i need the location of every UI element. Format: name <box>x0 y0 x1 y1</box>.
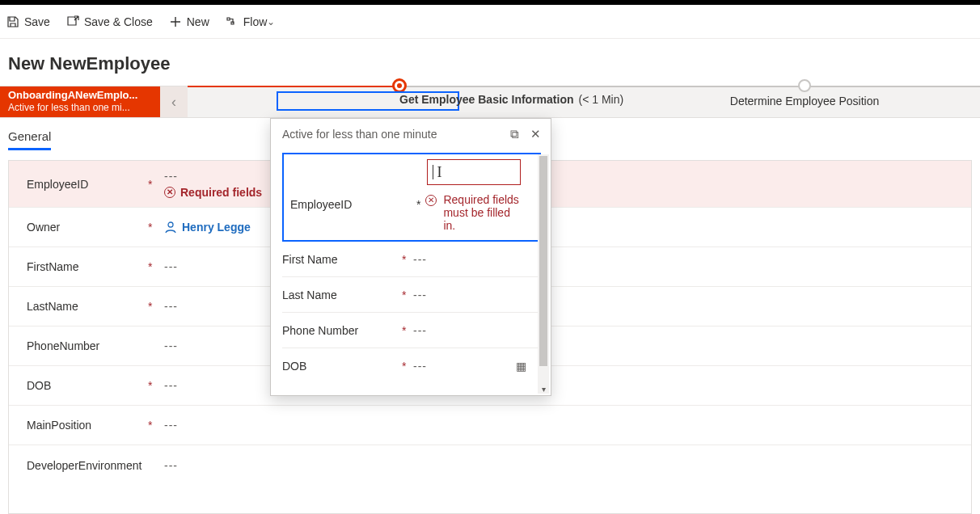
flyout-row-firstname: First Name * --- <box>282 242 541 277</box>
chevron-down-icon: ⌄ <box>267 16 275 27</box>
plus-icon <box>169 15 182 28</box>
new-button[interactable]: New <box>169 15 209 28</box>
command-bar: Save Save & Close New Flow ⌄ <box>0 5 980 39</box>
scrollbar-thumb[interactable] <box>539 156 547 366</box>
employeeid-label: EmployeeID <box>27 178 148 191</box>
required-marker: * <box>416 159 420 211</box>
phone-label: PhoneNumber <box>27 339 148 352</box>
bpf-stage-future-label[interactable]: Determine Employee Position <box>730 95 879 107</box>
error-icon: ✕ <box>164 187 175 198</box>
save-close-label: Save & Close <box>84 15 153 28</box>
save-button[interactable]: Save <box>6 15 50 28</box>
dob-label: DOB <box>27 379 148 392</box>
error-icon: ✕ <box>425 195 437 206</box>
lastname-value[interactable]: --- <box>164 300 178 313</box>
owner-label: Owner <box>27 221 148 234</box>
bpf-bar: OnboardingANewEmplo... Active for less t… <box>0 86 980 118</box>
required-marker: * <box>148 300 164 313</box>
lastname-label: LastName <box>27 300 148 313</box>
flyout-employeeid-input[interactable]: I <box>427 159 521 185</box>
bpf-process-sub: Active for less than one mi... <box>8 102 152 114</box>
bpf-stage-active-duration: (< 1 Min) <box>579 93 624 106</box>
chevron-left-icon: ‹ <box>171 94 176 111</box>
required-marker: * <box>148 260 164 273</box>
save-close-button[interactable]: Save & Close <box>66 15 153 28</box>
save-close-icon <box>66 15 79 28</box>
tab-general[interactable]: General <box>8 129 51 150</box>
person-icon <box>164 221 177 234</box>
required-marker: * <box>402 360 413 373</box>
firstname-value[interactable]: --- <box>164 260 178 273</box>
flow-button[interactable]: Flow ⌄ <box>226 15 276 28</box>
firstname-label: FirstName <box>27 260 148 273</box>
flyout-dob-value-area[interactable]: --- ▦ <box>413 360 541 373</box>
calendar-icon[interactable]: ▦ <box>516 360 526 373</box>
required-marker: * <box>148 221 164 234</box>
mainposition-value[interactable]: --- <box>164 419 178 432</box>
flyout-phone-value[interactable]: --- <box>413 324 541 337</box>
flyout-status: Active for less than one minute <box>282 128 437 141</box>
flyout-scrollbar[interactable]: ▾ <box>538 154 549 394</box>
field-row-devenv: DeveloperEnvironment --- <box>9 445 971 485</box>
devenv-value[interactable]: --- <box>164 459 178 472</box>
flyout-header: Active for less than one minute ⧉ ✕ <box>271 119 551 150</box>
flyout-employeeid-label: EmployeeID <box>290 198 352 211</box>
bpf-back-button[interactable]: ‹ <box>160 86 188 117</box>
text-caret <box>433 165 433 179</box>
owner-value-area[interactable]: Henry Legge <box>164 221 251 234</box>
flyout-firstname-value[interactable]: --- <box>413 253 541 266</box>
required-marker: * <box>402 289 413 301</box>
page-title: New NewEmployee <box>0 39 980 86</box>
scroll-down-icon[interactable]: ▾ <box>538 385 549 394</box>
flyout-row-lastname: Last Name * --- <box>282 277 541 313</box>
required-marker: * <box>148 178 164 191</box>
required-marker: * <box>148 379 164 392</box>
ibeam-cursor-icon: I <box>437 164 441 181</box>
dob-value[interactable]: --- <box>164 379 178 392</box>
flyout-employeeid-error: ✕ Required fields must be filled in. <box>425 193 533 232</box>
bpf-process-chip[interactable]: OnboardingANewEmplo... Active for less t… <box>0 86 160 117</box>
save-icon <box>6 15 19 28</box>
bpf-stage-active-name: Get Employee Basic Information <box>399 93 574 106</box>
bpf-line-done <box>188 86 398 87</box>
close-icon[interactable]: ✕ <box>530 127 541 141</box>
devenv-label: DeveloperEnvironment <box>27 459 148 472</box>
bpf-node-future[interactable] <box>798 79 811 92</box>
flyout-firstname-label: First Name <box>282 253 402 266</box>
required-marker: * <box>402 253 413 266</box>
bpf-node-active[interactable] <box>392 78 407 93</box>
bpf-process-name: OnboardingANewEmplo... <box>8 89 152 102</box>
phone-value[interactable]: --- <box>164 339 178 352</box>
flow-label: Flow <box>243 15 268 28</box>
bpf-stage-active[interactable]: Get Employee Basic Information (< 1 Min) <box>399 93 623 106</box>
flyout-lastname-label: Last Name <box>282 289 402 301</box>
new-label: New <box>187 15 209 28</box>
save-label: Save <box>24 15 50 28</box>
flyout-dob-label: DOB <box>282 360 402 373</box>
svg-point-0 <box>168 222 173 227</box>
required-marker: * <box>402 324 413 337</box>
flyout-dob-value: --- <box>413 360 427 373</box>
popout-icon[interactable]: ⧉ <box>510 127 519 141</box>
flyout-body: EmployeeID * I ✕ Required fields must be… <box>271 153 551 395</box>
owner-value: Henry Legge <box>182 221 251 234</box>
flyout-row-phone: Phone Number * --- <box>282 313 541 348</box>
stage-flyout: Active for less than one minute ⧉ ✕ Empl… <box>270 118 551 396</box>
bpf-track: Get Employee Basic Information (< 1 Min)… <box>188 86 980 117</box>
employeeid-value: --- <box>164 170 262 183</box>
flyout-lastname-value[interactable]: --- <box>413 289 541 301</box>
employeeid-error: ✕ Required fields <box>164 186 262 199</box>
required-marker: * <box>148 419 164 432</box>
flyout-row-dob: DOB * --- ▦ <box>282 348 541 384</box>
mainposition-label: MainPosition <box>27 419 148 432</box>
flyout-phone-label: Phone Number <box>282 324 402 337</box>
annotation-box-employeeid: EmployeeID * I ✕ Required fields must be… <box>282 153 541 242</box>
field-row-mainposition: MainPosition * --- <box>9 406 971 445</box>
employeeid-value-area[interactable]: --- ✕ Required fields <box>164 170 262 199</box>
flow-icon <box>226 15 239 28</box>
